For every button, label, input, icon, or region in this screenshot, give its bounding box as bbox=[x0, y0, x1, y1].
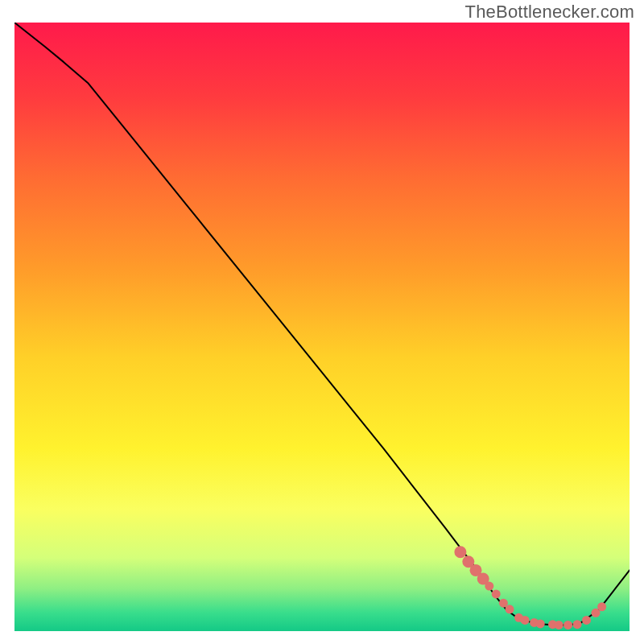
chart-marker bbox=[536, 619, 545, 628]
chart-frame: TheBottlenecker.com bbox=[0, 0, 644, 644]
chart-marker bbox=[582, 616, 591, 625]
chart-marker bbox=[506, 605, 514, 613]
chart-marker bbox=[492, 589, 501, 598]
chart-marker bbox=[573, 620, 582, 629]
chart-marker bbox=[555, 621, 564, 630]
chart-plot-area bbox=[14, 23, 630, 631]
chart-marker bbox=[454, 546, 466, 558]
chart-gradient-background bbox=[14, 23, 630, 631]
chart-marker bbox=[564, 621, 572, 630]
chart-marker bbox=[485, 582, 493, 591]
chart-marker bbox=[597, 602, 606, 611]
watermark-text: TheBottlenecker.com bbox=[465, 2, 634, 23]
chart-svg bbox=[14, 23, 630, 631]
chart-marker bbox=[521, 616, 530, 625]
